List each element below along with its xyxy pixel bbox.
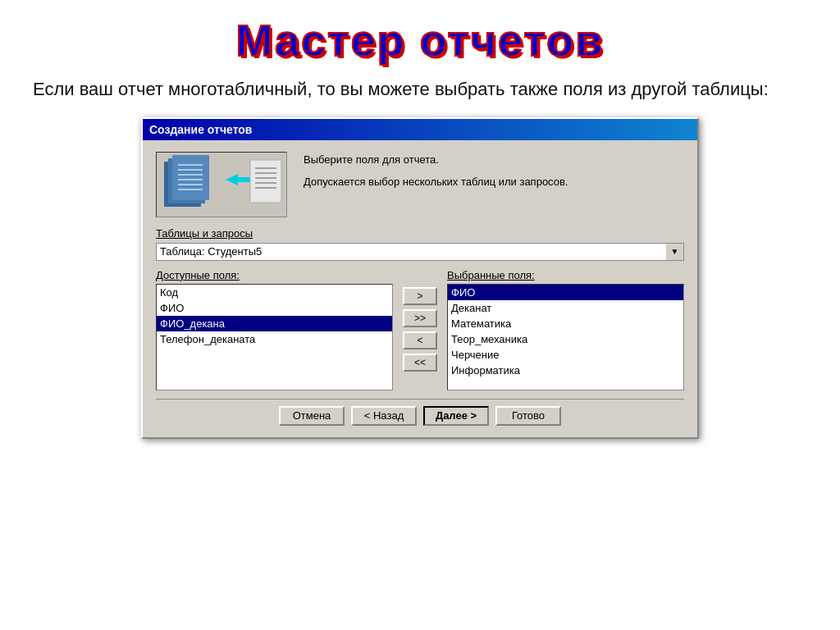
dialog-body: Выберите поля для отчета. Допускается вы… — [143, 140, 697, 437]
available-label: Доступные поля: — [156, 269, 393, 281]
table-select[interactable]: Таблица: Студенты5 — [156, 243, 666, 261]
selected-fields-column: Выбранные поля: ФИО Деканат Математика Т… — [447, 269, 684, 390]
finish-button[interactable]: Готово — [495, 406, 561, 426]
page-title: Мастер отчетов — [33, 15, 807, 66]
available-fields-column: Доступные поля: Код ФИО ФИО_декана Телеф… — [156, 269, 393, 390]
svg-rect-10 — [250, 160, 281, 203]
available-fields-list[interactable]: Код ФИО ФИО_декана Телефон_деканата — [156, 284, 393, 390]
next-button[interactable]: Далее > — [423, 406, 489, 426]
desc-line1: Выберите поля для отчета. — [304, 152, 568, 168]
move-one-left-button[interactable]: < — [403, 331, 437, 349]
dialog-wrapper: Создание отчетов — [33, 117, 807, 439]
move-all-left-button[interactable]: << — [403, 354, 437, 372]
back-button[interactable]: < Назад — [351, 406, 417, 426]
list-item[interactable]: Телефон_деканата — [157, 331, 392, 347]
fields-row: Доступные поля: Код ФИО ФИО_декана Телеф… — [156, 269, 684, 390]
list-item[interactable]: Код — [157, 285, 392, 300]
list-item[interactable]: Черчение — [448, 347, 683, 363]
dialog-description: Выберите поля для отчета. Допускается вы… — [304, 152, 568, 217]
dialog-titlebar: Создание отчетов — [143, 119, 697, 140]
table-select-row: Таблица: Студенты5 ▼ — [156, 243, 684, 261]
cancel-button[interactable]: Отмена — [279, 406, 345, 426]
tables-label: Таблицы и запросы — [156, 227, 684, 240]
table-dropdown-arrow[interactable]: ▼ — [666, 243, 684, 261]
dialog-top-area: Выберите поля для отчета. Допускается вы… — [156, 152, 684, 217]
selected-label: Выбранные поля: — [447, 269, 684, 281]
dialog-title: Создание отчетов — [149, 123, 252, 136]
list-item[interactable]: Информатика — [448, 363, 683, 378]
move-one-right-button[interactable]: > — [403, 287, 437, 305]
transfer-buttons-col: > >> < << — [399, 269, 441, 390]
dialog: Создание отчетов — [141, 117, 699, 439]
desc-line2: Допускается выбор нескольких таблиц или … — [304, 174, 568, 190]
page-container: Мастер отчетов Если ваш отчет многотабли… — [0, 0, 840, 630]
list-item[interactable]: ФИО_декана — [157, 316, 392, 331]
list-item[interactable]: Математика — [448, 316, 683, 331]
list-item[interactable]: Деканат — [448, 300, 683, 316]
wizard-icon-area — [156, 152, 287, 217]
list-item[interactable]: ФИО — [448, 285, 683, 300]
wizard-illustration-icon — [160, 153, 283, 215]
move-all-right-button[interactable]: >> — [403, 309, 437, 327]
selected-fields-list[interactable]: ФИО Деканат Математика Теор_механика Чер… — [447, 284, 684, 390]
description-text: Если ваш отчет многотабличный, то вы мож… — [33, 77, 807, 103]
list-item[interactable]: ФИО — [157, 300, 392, 316]
list-item[interactable]: Теор_механика — [448, 331, 683, 347]
svg-rect-2 — [172, 155, 209, 200]
dialog-footer: Отмена < Назад Далее > Готово — [156, 399, 684, 429]
